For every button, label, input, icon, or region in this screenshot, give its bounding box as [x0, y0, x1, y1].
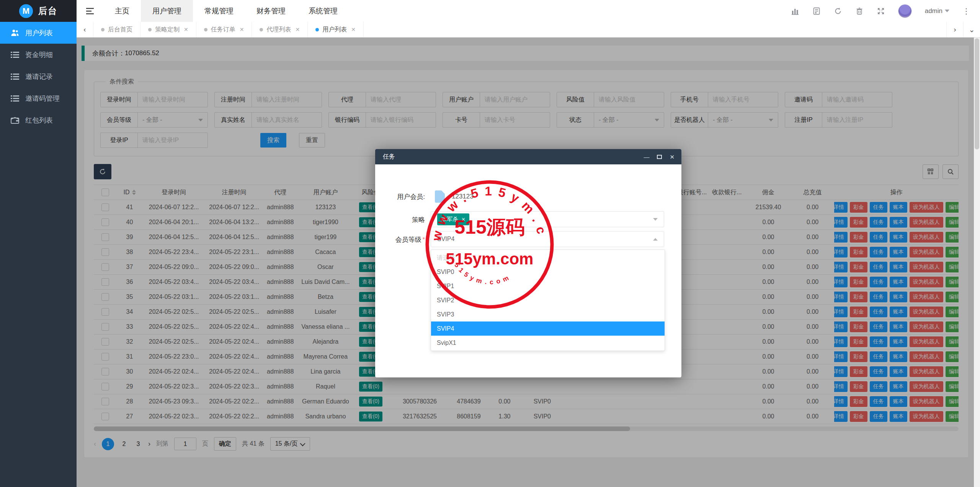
member-row: 用户会员: 123123 [375, 190, 670, 203]
modal-body: 用户会员: 123123 策略 水军杀 ✕ 会员等级* SVIP4 [375, 164, 681, 377]
chart-icon[interactable] [791, 7, 799, 15]
fullscreen-icon[interactable] [877, 7, 885, 15]
close-tab-icon[interactable]: ✕ [240, 26, 244, 33]
strategy-tag-label: 水军杀 [441, 216, 458, 223]
wallet-icon [11, 116, 19, 125]
tab-label: 任务订单 [211, 26, 235, 34]
sidebar-item-红包列表[interactable]: 红包列表 [0, 109, 77, 131]
username: admin [925, 7, 942, 15]
more-menu-icon[interactable]: ⋮ [962, 7, 970, 16]
sidebar-item-邀请码管理[interactable]: 邀请码管理 [0, 87, 77, 109]
tab-dot [101, 28, 105, 31]
strategy-label: 策略 [375, 215, 425, 224]
minimize-icon[interactable]: — [644, 154, 649, 160]
tab-用户列表[interactable]: 用户列表✕ [308, 22, 364, 37]
collapse-menu-icon[interactable] [77, 0, 103, 22]
maximize-icon[interactable] [657, 155, 662, 159]
menu-item-用户管理[interactable]: 用户管理 [141, 0, 193, 22]
required-star: * [423, 236, 425, 243]
refresh-icon[interactable] [834, 7, 842, 15]
close-icon[interactable]: ✕ [670, 154, 675, 160]
tabs-scroll-left-icon[interactable]: ‹ [77, 22, 93, 37]
chevron-down-icon [653, 218, 658, 221]
tab-label: 策略定制 [155, 26, 180, 34]
tab-dot [204, 28, 207, 31]
sidebar: 用户列表资金明细邀请记录邀请码管理红包列表 [0, 22, 77, 487]
navbar-actions: admin ⋮ [791, 0, 980, 22]
strategy-select[interactable]: 水军杀 ✕ [431, 211, 664, 227]
app-title: 后台 [38, 5, 57, 17]
list-icon [11, 94, 19, 103]
option-请选择[interactable]: 请选择 [431, 251, 665, 265]
trash-icon[interactable] [855, 7, 864, 15]
vertical-scrollbar[interactable] [974, 38, 980, 487]
tab-label: 代理列表 [266, 26, 291, 34]
tab-dot [315, 28, 319, 31]
top-navbar: M 后台 主页用户管理常规管理财务管理系统管理 admin ⋮ [0, 0, 980, 22]
sidebar-item-资金明细[interactable]: 资金明细 [0, 44, 77, 66]
app-logo: M 后台 [0, 0, 77, 22]
option-SVIP0[interactable]: SVIP0 [431, 265, 665, 279]
content-area: 余额合计： 1070865.52 条件搜索 登录时间请输入登录时间注册时间请输入… [77, 38, 974, 487]
task-modal: 任务 — ✕ 用户会员: 123123 策略 水军杀 ✕ [375, 149, 681, 377]
member-label: 用户会员: [375, 192, 425, 201]
tabs-menu-icon[interactable]: ⌄ [963, 22, 980, 37]
tag-remove-icon[interactable]: ✕ [461, 216, 466, 222]
sidebar-item-邀请记录[interactable]: 邀请记录 [0, 66, 77, 87]
level-select[interactable]: SVIP4 [431, 231, 664, 247]
tab-dot [260, 28, 263, 31]
menu-item-主页[interactable]: 主页 [103, 0, 141, 22]
option-SVIP4[interactable]: SVIP4 [431, 321, 665, 336]
vscroll-thumb[interactable] [975, 38, 979, 149]
file-icon [435, 190, 445, 203]
sidebar-item-用户列表[interactable]: 用户列表 [0, 22, 77, 44]
tab-label: 用户列表 [322, 26, 347, 34]
main-menu: 主页用户管理常规管理财务管理系统管理 [77, 0, 349, 22]
user-menu[interactable]: admin [925, 7, 949, 15]
tab-代理列表[interactable]: 代理列表✕ [252, 22, 308, 37]
sidebar-item-label: 邀请码管理 [25, 94, 60, 103]
report-card-icon[interactable] [812, 7, 821, 15]
modal-header: 任务 — ✕ [375, 149, 681, 164]
option-SvipX1[interactable]: SvipX1 [431, 336, 665, 350]
chevron-down-icon [945, 10, 949, 12]
menu-item-常规管理[interactable]: 常规管理 [193, 0, 245, 22]
tab-策略定制[interactable]: 策略定制✕ [140, 22, 196, 37]
tab-任务订单[interactable]: 任务订单✕ [196, 22, 252, 37]
sidebar-item-label: 资金明细 [25, 50, 53, 59]
close-tab-icon[interactable]: ✕ [295, 26, 300, 33]
level-label: 会员等级* [375, 235, 425, 244]
menu-item-系统管理[interactable]: 系统管理 [297, 0, 349, 22]
list-icon [11, 51, 19, 59]
tab-bar: ‹ 后台首页策略定制✕任务订单✕代理列表✕用户列表✕ › ⌄ [77, 22, 980, 38]
option-SVIP2[interactable]: SVIP2 [431, 293, 665, 307]
sidebar-item-label: 用户列表 [25, 28, 53, 38]
strategy-tag: 水军杀 ✕ [437, 213, 469, 225]
sidebar-item-label: 红包列表 [25, 116, 53, 125]
option-SVIP3[interactable]: SVIP3 [431, 307, 665, 321]
tab-label: 后台首页 [108, 26, 132, 34]
tab-后台首页[interactable]: 后台首页 [93, 22, 140, 37]
close-tab-icon[interactable]: ✕ [351, 26, 356, 33]
level-dropdown: 请选择SVIP0SVIP1SVIP2SVIP3SVIP4SvipX1 [431, 249, 665, 351]
menu-item-财务管理[interactable]: 财务管理 [245, 0, 297, 22]
chevron-up-icon [653, 238, 658, 241]
tab-dot [148, 28, 152, 31]
logo-mark: M [19, 4, 33, 18]
tabs-scroll-right-icon[interactable]: › [946, 22, 963, 37]
users-icon [11, 29, 19, 37]
option-SVIP1[interactable]: SVIP1 [431, 279, 665, 293]
list-icon [11, 72, 19, 81]
modal-title: 任务 [375, 153, 395, 161]
sidebar-item-label: 邀请记录 [25, 72, 53, 81]
user-avatar[interactable] [898, 4, 912, 18]
member-value: 123123 [452, 193, 474, 200]
close-tab-icon[interactable]: ✕ [184, 26, 188, 33]
level-value: SVIP4 [437, 236, 454, 243]
